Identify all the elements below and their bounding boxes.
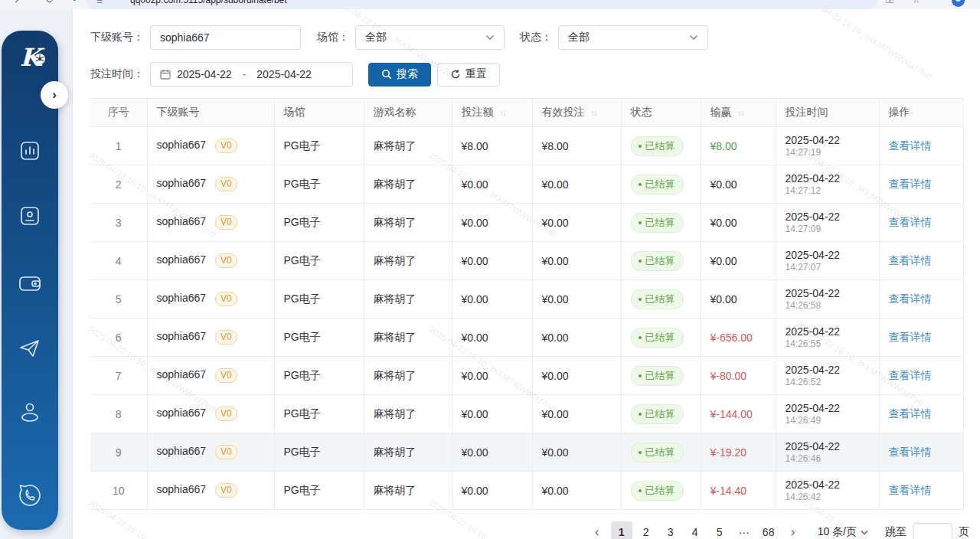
reload-icon[interactable]: ⟳ <box>46 0 54 5</box>
account-name: sophia667 <box>157 177 207 189</box>
forward-icon[interactable]: ↗ <box>14 0 22 5</box>
win-loss-value: ¥8.00 <box>710 140 737 152</box>
cell-status: 已结算 <box>621 472 701 510</box>
view-details-link[interactable]: 查看详情 <box>889 254 932 266</box>
site-info-icon[interactable]: ☰ <box>96 0 109 6</box>
status-value: 全部 <box>568 31 590 44</box>
view-details-link[interactable]: 查看详情 <box>889 369 932 381</box>
account-name: sophia667 <box>157 445 207 457</box>
view-details-link[interactable]: 查看详情 <box>889 178 932 190</box>
cell-valid-bet: ¥0.00 <box>532 242 621 280</box>
cell-account: sophia667 V0 <box>147 242 274 280</box>
reset-button[interactable]: 重置 <box>437 63 500 87</box>
cell-status: 已结算 <box>621 127 701 165</box>
address-bar[interactable]: ☰ qq002p.com:5115/app/subordinate/bet <box>86 0 877 9</box>
page-number-button[interactable]: 1 <box>611 521 632 539</box>
calendar-icon <box>160 69 171 80</box>
star-icon[interactable]: ☆ <box>912 0 921 5</box>
account-input[interactable]: sophia667 <box>150 25 301 50</box>
cell-game: 麻将胡了 <box>364 433 452 472</box>
cell-action: 查看详情 <box>879 318 963 357</box>
header-account: 下级账号 <box>147 99 274 127</box>
cell-game: 麻将胡了 <box>364 280 452 318</box>
view-details-link[interactable]: 查看详情 <box>889 292 932 305</box>
sidebar-item-messages[interactable] <box>2 337 58 360</box>
sidebar-item-support[interactable] <box>2 482 58 510</box>
sidebar-item-reports[interactable] <box>2 139 58 162</box>
cell-venue: PG电子 <box>274 318 364 357</box>
bet-time: 14:27:19 <box>786 147 870 158</box>
sidebar-expand-button[interactable]: › <box>41 81 68 109</box>
cell-action: 查看详情 <box>879 472 963 510</box>
sidebar-item-profile[interactable] <box>2 400 58 425</box>
sidebar-item-members[interactable] <box>2 204 58 227</box>
jump-to-page: 跳至 页 <box>885 523 969 539</box>
header-bet-amount: 投注额↑↓ <box>452 99 532 127</box>
prev-page-button[interactable]: ‹ <box>586 521 608 539</box>
page-number-button[interactable]: 4 <box>684 521 706 539</box>
status-badge: 已结算 <box>631 213 684 233</box>
page-number-button[interactable]: 68 <box>758 521 779 539</box>
view-details-link[interactable]: 查看详情 <box>889 446 932 458</box>
cell-venue: PG电子 <box>274 204 364 242</box>
sort-icon[interactable]: ↑↓ <box>500 109 506 117</box>
page-numbers: 1 2 3 4 5 ··· 68 <box>611 521 779 539</box>
venue-select[interactable]: 全部 <box>355 25 505 50</box>
bet-date: 2025-04-22 <box>786 172 870 185</box>
cell-account: sophia667 V0 <box>147 318 274 357</box>
table-body: 1 sophia667 V0 PG电子 麻将胡了 ¥8.00 ¥8.00 已结算… <box>90 127 963 510</box>
page-size-select[interactable]: 10 条/页 <box>818 525 868 539</box>
avatar[interactable] <box>952 0 965 7</box>
sort-icon[interactable]: ↑↓ <box>738 109 744 117</box>
view-details-link[interactable]: 查看详情 <box>889 216 932 228</box>
page-number-button[interactable]: 3 <box>660 521 681 539</box>
view-details-link[interactable]: 查看详情 <box>889 139 932 152</box>
cell-bet-amount: ¥0.00 <box>452 395 532 433</box>
search-icon <box>381 69 392 80</box>
sidebar-item-wallet[interactable] <box>2 272 58 295</box>
status-select[interactable]: 全部 <box>558 25 708 50</box>
cell-win-loss: ¥0.00 <box>701 204 776 242</box>
view-details-link[interactable]: 查看详情 <box>889 331 932 343</box>
header-win-loss: 输赢↑↓ <box>701 99 776 127</box>
win-loss-value: ¥-19.20 <box>710 446 746 459</box>
cell-game: 麻将胡了 <box>364 472 452 510</box>
next-page-button[interactable]: › <box>782 521 804 539</box>
status-badge: 已结算 <box>631 328 684 348</box>
cell-action: 查看详情 <box>879 280 963 318</box>
home-icon[interactable]: • <box>73 0 77 5</box>
win-loss-value: ¥0.00 <box>710 178 737 191</box>
account-value: sophia667 <box>160 31 210 44</box>
level-badge: V0 <box>215 407 237 421</box>
bet-date: 2025-04-22 <box>786 287 870 299</box>
header-actions: 操作 <box>879 99 963 127</box>
cell-bet-amount: ¥0.00 <box>452 204 532 242</box>
page-number-button[interactable]: 5 <box>709 521 730 539</box>
page-number-button[interactable]: 2 <box>635 521 657 539</box>
cell-venue: PG电子 <box>274 280 364 318</box>
jump-label: 跳至 <box>885 525 906 539</box>
sort-icon[interactable]: ↑↓ <box>591 109 597 117</box>
venue-value: 全部 <box>365 31 387 44</box>
app-logo[interactable]: K <box>2 43 58 72</box>
cell-bet-time: 2025-04-22 14:26:49 <box>776 395 879 433</box>
page-number-button[interactable]: ··· <box>733 521 755 539</box>
status-badge: 已结算 <box>631 251 684 271</box>
level-badge: V0 <box>215 483 237 498</box>
key-icon[interactable]: ⚿ <box>886 0 893 6</box>
jump-page-input[interactable] <box>913 523 952 539</box>
bet-date: 2025-04-22 <box>786 479 870 491</box>
cell-index: 1 <box>90 127 147 165</box>
page-unit-label: 页 <box>959 525 969 539</box>
date-from: 2025-04-22 <box>177 68 232 80</box>
cell-status: 已结算 <box>621 395 701 433</box>
cell-status: 已结算 <box>621 165 701 204</box>
cell-win-loss: ¥0.00 <box>701 242 776 280</box>
date-range-input[interactable]: 2025-04-22 - 2025-04-22 <box>150 62 353 87</box>
search-button[interactable]: 搜索 <box>368 63 431 87</box>
cell-index: 7 <box>90 357 147 395</box>
view-details-link[interactable]: 查看详情 <box>889 484 932 496</box>
view-details-link[interactable]: 查看详情 <box>889 407 932 420</box>
account-name: sophia667 <box>157 215 207 227</box>
header-bet-time: 投注时间 <box>776 99 879 127</box>
